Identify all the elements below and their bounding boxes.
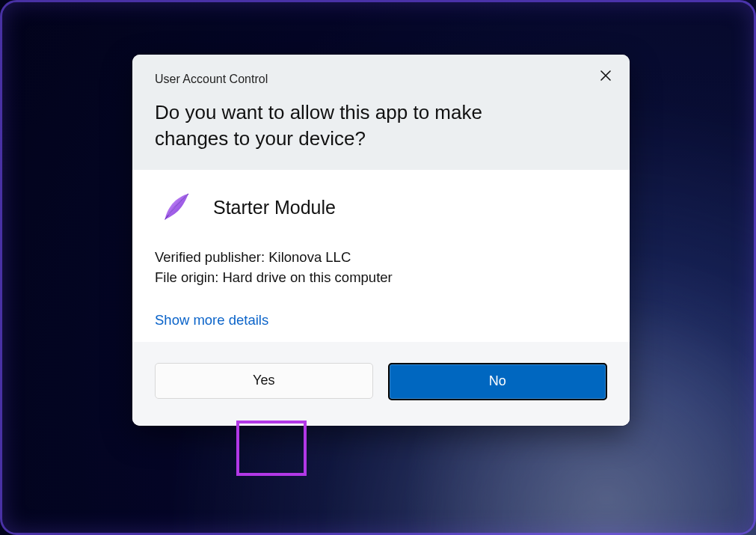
app-name: Starter Module xyxy=(213,197,336,218)
dialog-header: User Account Control Do you want to allo… xyxy=(132,55,630,170)
publisher-line: Verified publisher: Kilonova LLC xyxy=(155,248,607,268)
yes-button-label: Yes xyxy=(253,373,274,388)
yes-button[interactable]: Yes xyxy=(155,363,373,399)
close-icon xyxy=(600,70,612,85)
no-button[interactable]: No xyxy=(388,363,608,400)
uac-dialog: User Account Control Do you want to allo… xyxy=(132,55,630,426)
show-more-details-link[interactable]: Show more details xyxy=(155,312,268,328)
dialog-footer: Yes No xyxy=(132,342,630,426)
desktop-background: User Account Control Do you want to allo… xyxy=(0,0,756,535)
dialog-body: Starter Module Verified publisher: Kilon… xyxy=(132,170,630,342)
dialog-question: Do you want to allow this app to make ch… xyxy=(155,100,544,152)
dialog-title: User Account Control xyxy=(155,73,607,86)
file-origin-line: File origin: Hard drive on this computer xyxy=(155,268,607,288)
app-row: Starter Module xyxy=(159,189,607,225)
no-button-label: No xyxy=(489,373,506,389)
app-feather-icon xyxy=(159,189,195,225)
close-button[interactable] xyxy=(594,65,618,89)
